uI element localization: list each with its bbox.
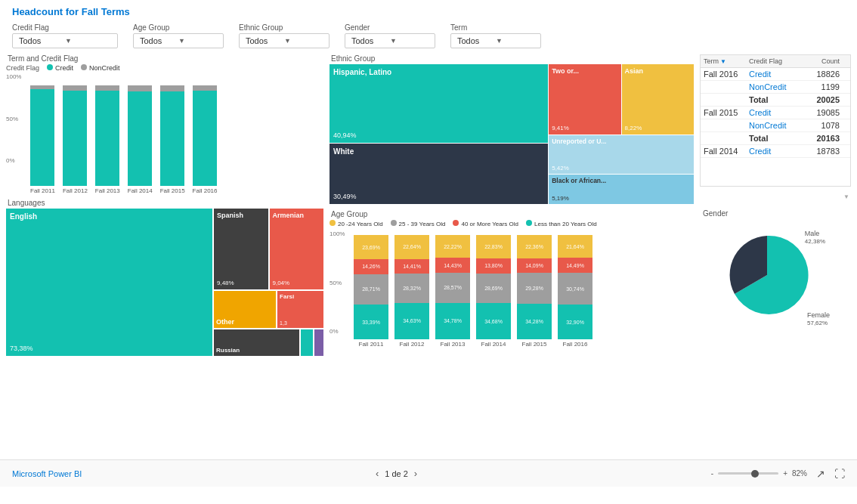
count-cell: 1199 (806, 82, 840, 91)
seg-lt20: 33,39% (354, 305, 388, 339)
seg-40plus: 14,49% (558, 258, 592, 272)
count-cell: 1078 (806, 121, 840, 130)
english-segment: English 73,38% (6, 209, 212, 356)
data-table: Term ▼ Credit Flag Count Fall 2016 Credi… (700, 54, 851, 187)
prev-page-button[interactable]: ‹ (376, 468, 379, 479)
ethnic-group-select[interactable]: Todos ▼ (239, 33, 329, 48)
ethnic-group-filter: Ethnic Group Todos ▼ (239, 23, 329, 48)
bar-label: Fall 2015 (160, 187, 185, 194)
zoom-controls: - + 82% (711, 469, 807, 478)
term-value: Todos (457, 36, 496, 45)
count-cell: 19085 (806, 108, 840, 117)
age-legend-2024: 20 -24 Years Old (329, 220, 383, 227)
table-row-total: Total 20025 (701, 94, 850, 107)
two-or-more-segment: Two or... 9,41% (549, 64, 620, 135)
ethnic-group-value: Todos (246, 36, 284, 45)
bar-credit (95, 91, 119, 186)
bar-label: Fall 2014 (128, 187, 153, 194)
count-cell: 18826 (806, 70, 840, 79)
age-y-100: 100% (329, 230, 345, 237)
seg-lt20: 34,68% (476, 303, 511, 339)
age-group-select[interactable]: Todos ▼ (133, 33, 224, 48)
gender-select[interactable]: Todos ▼ (345, 33, 435, 48)
credit-flag-select[interactable]: Todos ▼ (12, 33, 118, 48)
term-credit-chart: Term and Credit Flag Credit Flag Credit … (6, 54, 323, 194)
ethnic-group-title: Ethnic Group (329, 54, 694, 63)
table-row: Fall 2014 Credit 18783 (701, 145, 850, 158)
black-label: Black or African... (552, 177, 691, 184)
term-cell (704, 121, 749, 130)
seg-40plus: 13,80% (476, 258, 511, 273)
credit-cell: NonCredit (749, 82, 806, 91)
age-bar-fall2015: 22,36% 14,09% 29,28% 34,28% Fall 2015 (517, 235, 552, 348)
seg-lt20: 34,78% (435, 303, 470, 339)
seg-lt20: 32,90% (558, 305, 592, 339)
term-select[interactable]: Todos ▼ (450, 33, 541, 48)
middle-column: Ethnic Group Hispanic, Latino 40,94% Whi… (329, 54, 694, 459)
credit-cell: Credit (749, 108, 806, 117)
gender-label: Gender (345, 23, 435, 32)
male-label: Male42,38% (805, 230, 825, 245)
gender-title: Gender (703, 209, 848, 218)
female-pct: 57,62% (807, 320, 828, 326)
bar-fall2011: Fall 2011 (30, 85, 55, 194)
asian-pct: 8,22% (625, 125, 691, 131)
spanish-label: Spanish (217, 212, 265, 219)
age-y-50: 50% (329, 280, 345, 286)
chevron-down-icon: ▼ (390, 37, 428, 45)
next-page-button[interactable]: › (414, 468, 417, 479)
filters-row: Credit Flag Todos ▼ Age Group Todos ▼ Et… (0, 20, 857, 54)
russian-segment: Russian (214, 329, 299, 356)
y-0: 0% (6, 157, 21, 164)
seg-40plus: 14,09% (517, 258, 552, 274)
seg-2024: 21,64% (558, 235, 592, 258)
chevron-down-icon: ▼ (65, 37, 111, 45)
russian-label: Russian (216, 347, 240, 354)
seg-2539: 28,57% (435, 273, 470, 303)
age-bars-inner: 23,69% 14,26% 28,71% 33,39% Fall 2011 22… (354, 243, 694, 348)
seg-2539: 28,32% (394, 274, 429, 303)
bar-label: Fall 2012 (63, 187, 88, 194)
y-axis: 100% 50% 0% (6, 73, 21, 179)
pie-container: Male42,38% Female57,62% (703, 221, 831, 330)
left-column: Term and Credit Flag Credit Flag Credit … (6, 54, 323, 459)
ethnic-left: Hispanic, Latino 40,94% White 30,49% (329, 64, 548, 204)
age-bar-label: Fall 2013 (441, 341, 466, 348)
seg-2024: 22,64% (394, 235, 429, 259)
age-bar-fall2013: 22,22% 14,43% 28,57% 34,78% Fall 2013 (435, 235, 470, 348)
zoom-plus-button[interactable]: + (783, 469, 787, 478)
noncredit-legend-item: NonCredit (81, 64, 120, 72)
age-group-chart: Age Group 20 -24 Years Old 25 - 39 Years… (329, 210, 694, 369)
seg-lt20: 34,63% (394, 303, 429, 339)
seg-2539: 28,71% (354, 274, 388, 305)
bar-credit (128, 91, 152, 186)
ethnic-group-label: Ethnic Group (239, 23, 329, 32)
ethnic-treemap: Hispanic, Latino 40,94% White 30,49% Two… (329, 64, 694, 204)
bar-noncredit (95, 85, 119, 91)
term-label: Term (450, 23, 541, 32)
seg-40plus: 14,41% (394, 259, 429, 274)
zoom-slider[interactable] (718, 472, 778, 475)
bar-noncredit (193, 85, 217, 91)
zoom-thumb[interactable] (751, 470, 759, 478)
age-bar-label: Fall 2012 (400, 341, 425, 348)
spanish-armenian-row: Spanish 9,48% Armenian 9,04% (214, 209, 323, 289)
zoom-minus-button[interactable]: - (711, 469, 713, 478)
bars-container: Fall 2011 Fall 2012 (30, 88, 323, 194)
y-50: 50% (6, 116, 21, 122)
seg-2024: 22,22% (435, 235, 470, 258)
fullscreen-icon[interactable]: ⛶ (834, 468, 845, 480)
gender-value: Todos (351, 36, 390, 45)
credit-cell: Total (749, 134, 806, 143)
age-group-value: Todos (140, 36, 178, 45)
farsi-label: Farsi (280, 293, 321, 300)
term-column-header: Term ▼ (704, 57, 749, 65)
credit-flag-label: Credit Flag (12, 23, 118, 32)
farsi-pct: 1,3 (280, 320, 321, 326)
languages-title: Languages (6, 199, 323, 207)
share-icon[interactable]: ↗ (816, 468, 825, 480)
bottom-bar: Microsoft Power BI ‹ 1 de 2 › - + 82% ↗ … (0, 459, 857, 487)
chevron-down-icon: ▼ (284, 37, 323, 45)
pbi-link[interactable]: Microsoft Power BI (12, 469, 82, 478)
age-bar-fall2011: 23,69% 14,26% 28,71% 33,39% Fall 2011 (354, 235, 388, 348)
